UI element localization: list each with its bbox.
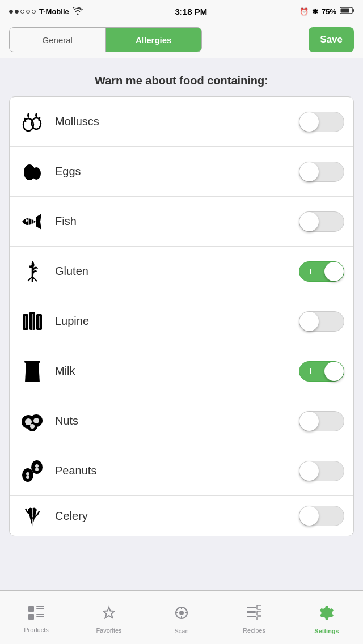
allergen-name-gluten: Gluten xyxy=(55,265,299,278)
toggle-celery[interactable]: I xyxy=(299,506,344,526)
bluetooth-icon: ✱ xyxy=(312,7,318,16)
svg-rect-46 xyxy=(257,605,261,609)
svg-rect-1 xyxy=(352,9,354,12)
svg-rect-37 xyxy=(36,614,44,615)
allergen-name-fish: Fish xyxy=(55,215,299,228)
svg-point-25 xyxy=(30,424,35,429)
status-bar: T-Mobile 3:18 PM ⏰ ✱ 75% xyxy=(0,0,363,23)
eggs-icon xyxy=(19,158,46,185)
nuts-icon xyxy=(19,408,46,435)
svg-rect-33 xyxy=(28,606,34,612)
toggle-thumb-milk xyxy=(324,362,344,381)
products-icon xyxy=(28,606,44,624)
toggle-molluscs[interactable]: I xyxy=(299,112,344,132)
svg-rect-38 xyxy=(36,616,44,617)
allergen-row-gluten: Gluten I xyxy=(10,247,353,296)
toggle-milk[interactable]: I xyxy=(299,361,344,382)
toggle-peanuts[interactable]: I xyxy=(299,461,344,481)
svg-point-29 xyxy=(26,476,29,479)
gluten-icon xyxy=(19,258,46,285)
tab-general[interactable]: General xyxy=(10,28,106,52)
toggle-lupine[interactable]: I xyxy=(299,311,344,332)
status-left: T-Mobile xyxy=(9,7,83,16)
allergen-row-nuts: Nuts I xyxy=(10,396,353,446)
allergen-name-eggs: Eggs xyxy=(55,165,299,178)
svg-point-6 xyxy=(32,167,41,180)
save-button[interactable]: Save xyxy=(309,27,354,52)
toggle-thumb-nuts xyxy=(299,412,319,431)
battery-icon xyxy=(340,7,354,16)
svg-rect-35 xyxy=(36,608,44,609)
status-right: ⏰ ✱ 75% xyxy=(299,7,354,16)
tab-recipes-label: Recipes xyxy=(243,627,265,634)
celery-icon xyxy=(19,502,46,529)
status-time: 3:18 PM xyxy=(175,7,207,16)
toggle-thumb-lupine xyxy=(299,312,319,331)
tab-settings-label: Settings xyxy=(314,628,339,634)
favorites-icon xyxy=(102,605,116,624)
settings-icon xyxy=(319,605,335,625)
tab-allergies[interactable]: Allergies xyxy=(106,28,202,52)
allergen-name-peanuts: Peanuts xyxy=(55,464,299,477)
page-title: Warn me about food containing: xyxy=(0,58,363,96)
toggle-eggs[interactable]: I xyxy=(299,162,344,182)
scan-icon xyxy=(174,605,189,625)
svg-rect-2 xyxy=(340,9,349,13)
tab-bar: Products Favorites Scan xyxy=(0,590,363,644)
tab-scan-label: Scan xyxy=(174,628,188,634)
wifi-icon xyxy=(73,7,83,16)
toggle-thumb-gluten xyxy=(324,262,344,281)
allergen-row-eggs: Eggs I xyxy=(10,147,353,197)
toggle-fish[interactable]: I xyxy=(299,211,344,232)
peanuts-icon xyxy=(19,457,46,485)
svg-rect-45 xyxy=(247,607,256,608)
alarm-icon: ⏰ xyxy=(299,7,309,16)
tab-recipes[interactable]: Recipes xyxy=(218,591,290,644)
allergen-row-lupine: Lupine I xyxy=(10,296,353,346)
allergen-row-molluscs: Molluscs I xyxy=(10,97,353,147)
toggle-nuts[interactable]: I xyxy=(299,411,344,431)
svg-rect-36 xyxy=(28,614,34,620)
toggle-thumb-molluscs xyxy=(299,112,319,132)
segment-control[interactable]: General Allergies xyxy=(9,27,202,52)
allergen-name-lupine: Lupine xyxy=(55,315,299,328)
svg-rect-19 xyxy=(28,361,37,364)
allergen-row-peanuts: Peanuts I xyxy=(10,446,353,496)
toggle-thumb-eggs xyxy=(299,162,319,181)
tab-products-label: Products xyxy=(24,626,48,633)
tab-products[interactable]: Products xyxy=(0,591,73,644)
tab-favorites[interactable]: Favorites xyxy=(73,591,145,644)
svg-point-30 xyxy=(35,464,39,468)
svg-rect-47 xyxy=(247,611,256,613)
allergen-name-molluscs: Molluscs xyxy=(55,115,299,128)
fish-icon xyxy=(19,208,46,235)
svg-rect-50 xyxy=(257,617,261,620)
svg-rect-49 xyxy=(247,616,256,617)
allergen-row-milk: Milk I xyxy=(10,346,353,396)
toggle-thumb-celery xyxy=(299,506,319,526)
svg-rect-48 xyxy=(257,611,261,615)
tab-favorites-label: Favorites xyxy=(96,627,121,634)
battery-label: 75% xyxy=(322,7,336,16)
allergen-row-fish: Fish I xyxy=(10,197,353,247)
svg-point-28 xyxy=(26,472,29,476)
carrier-label: T-Mobile xyxy=(39,7,69,16)
tab-settings[interactable]: Settings xyxy=(290,591,363,644)
signal-dots xyxy=(9,10,36,14)
svg-rect-34 xyxy=(36,606,44,607)
lupine-icon xyxy=(19,308,46,335)
header: General Allergies Save xyxy=(0,23,363,58)
allergen-name-nuts: Nuts xyxy=(55,414,299,427)
svg-point-40 xyxy=(180,611,183,615)
allergen-name-celery: Celery xyxy=(55,510,299,523)
toggle-thumb-peanuts xyxy=(299,461,319,481)
allergen-name-milk: Milk xyxy=(55,365,299,378)
allergen-row-celery: Celery I xyxy=(10,496,353,536)
allergens-list: Molluscs I Eggs I xyxy=(9,96,354,536)
toggle-thumb-fish xyxy=(299,212,319,231)
toggle-gluten[interactable]: I xyxy=(299,261,344,282)
recipes-icon xyxy=(247,605,261,624)
tab-scan[interactable]: Scan xyxy=(145,591,218,644)
molluscs-icon xyxy=(19,108,46,135)
svg-point-7 xyxy=(26,219,28,222)
